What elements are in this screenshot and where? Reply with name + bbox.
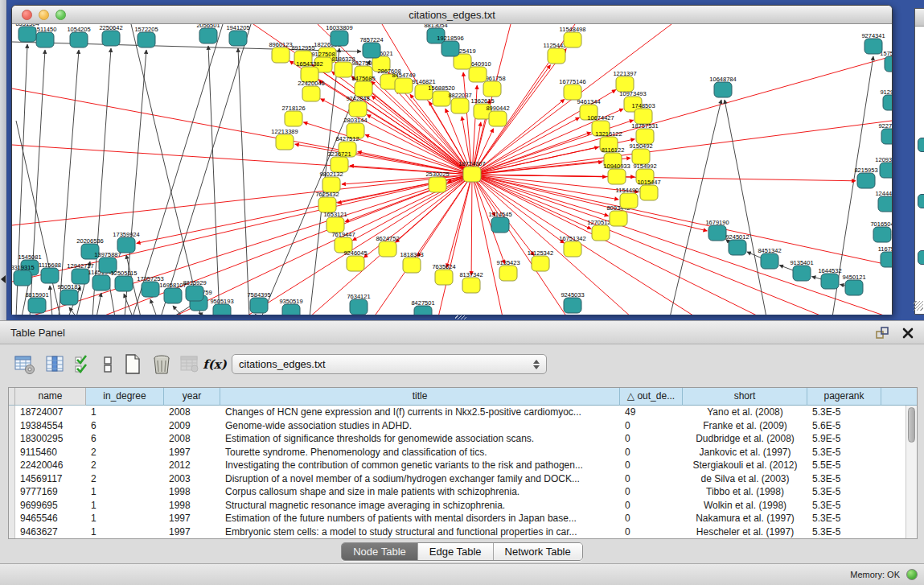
create-column-button[interactable] bbox=[121, 352, 145, 377]
column-header-in_degree[interactable]: in_degree bbox=[86, 388, 164, 406]
tab-network-table[interactable]: Network Table bbox=[494, 543, 582, 560]
graph-node[interactable] bbox=[880, 163, 892, 178]
graph-node[interactable] bbox=[483, 81, 501, 97]
graph-node[interactable] bbox=[548, 48, 565, 64]
table-row[interactable]: 946362711997Embryonic stem cells: a mode… bbox=[15, 525, 917, 539]
graph-node[interactable] bbox=[864, 39, 882, 54]
column-header-name[interactable]: name bbox=[15, 388, 86, 406]
graph-node[interactable] bbox=[379, 241, 396, 257]
column-header-out_de[interactable]: △ out_de... bbox=[620, 388, 683, 406]
tab-node-table[interactable]: Node Table bbox=[342, 543, 418, 560]
graph-node[interactable] bbox=[873, 227, 891, 242]
background-network-window[interactable] bbox=[914, 8, 924, 315]
graph-node[interactable] bbox=[564, 298, 581, 313]
graph-node[interactable] bbox=[441, 41, 459, 56]
graph-node[interactable] bbox=[499, 266, 517, 281]
column-header-year[interactable]: year bbox=[164, 388, 220, 406]
graph-node[interactable] bbox=[729, 240, 746, 255]
table-row[interactable]: 1830029562008Estimation of significance … bbox=[15, 432, 917, 446]
graph-node[interactable] bbox=[285, 111, 302, 126]
graph-node[interactable] bbox=[857, 173, 875, 188]
graph-node[interactable] bbox=[885, 56, 892, 72]
graph-node[interactable] bbox=[138, 32, 155, 47]
graph-node[interactable] bbox=[28, 298, 46, 313]
graph-node[interactable] bbox=[564, 241, 581, 257]
memory-status-indicator[interactable] bbox=[906, 569, 918, 580]
graph-node[interactable] bbox=[708, 225, 726, 241]
collapse-panel-arrow-icon[interactable] bbox=[1, 275, 6, 283]
function-builder-button[interactable]: f(x) bbox=[203, 352, 227, 377]
graph-node[interactable] bbox=[36, 32, 54, 47]
graph-node[interactable] bbox=[14, 270, 31, 286]
graph-node[interactable] bbox=[429, 177, 446, 192]
graph-node[interactable] bbox=[60, 290, 78, 305]
graph-node[interactable] bbox=[491, 217, 509, 233]
graph-node[interactable] bbox=[350, 299, 368, 315]
table-row[interactable]: 2242004622012Investigating the contribut… bbox=[15, 459, 917, 472]
tab-edge-table[interactable]: Edge Table bbox=[418, 543, 494, 560]
graph-node[interactable] bbox=[592, 225, 610, 241]
delete-table-button[interactable] bbox=[179, 352, 203, 377]
column-header-short[interactable]: short bbox=[683, 388, 807, 406]
graph-node[interactable] bbox=[878, 196, 892, 212]
show-columns-button[interactable] bbox=[43, 352, 68, 377]
graph-node[interactable] bbox=[115, 276, 133, 291]
delete-columns-button[interactable] bbox=[150, 352, 174, 377]
graph-node[interactable] bbox=[640, 185, 658, 200]
graph-node[interactable] bbox=[761, 253, 778, 269]
graph-node[interactable] bbox=[229, 31, 247, 46]
table-row[interactable]: 977716911998Corpus callosum shape and si… bbox=[15, 485, 917, 499]
graph-node[interactable] bbox=[462, 278, 480, 293]
graph-node[interactable] bbox=[347, 256, 364, 271]
graph-node[interactable] bbox=[276, 134, 294, 150]
graph-node[interactable] bbox=[821, 274, 839, 289]
graph-node[interactable] bbox=[414, 306, 432, 315]
table-row[interactable]: 1456911722003Disruption of a novel membe… bbox=[15, 472, 917, 486]
graph-node[interactable] bbox=[272, 47, 290, 63]
graph-node[interactable] bbox=[610, 211, 627, 226]
graph-node[interactable] bbox=[335, 62, 352, 77]
close-panel-button[interactable] bbox=[900, 325, 916, 341]
table-mode-button[interactable] bbox=[13, 352, 37, 377]
graph-node[interactable] bbox=[72, 269, 89, 284]
graph-node[interactable] bbox=[250, 298, 268, 313]
scrollbar-thumb[interactable] bbox=[908, 407, 915, 443]
float-panel-button[interactable] bbox=[874, 325, 890, 341]
network-canvas[interactable]: 1872400718226058891295589601239127508165… bbox=[12, 24, 892, 315]
graph-node[interactable] bbox=[403, 257, 421, 273]
graph-node[interactable] bbox=[92, 275, 110, 290]
graph-node[interactable] bbox=[164, 288, 182, 303]
graph-node[interactable] bbox=[793, 266, 811, 281]
graph-node[interactable] bbox=[142, 282, 159, 297]
graph-node[interactable] bbox=[18, 27, 36, 42]
graph-node[interactable] bbox=[469, 67, 487, 82]
table-chooser-dropdown[interactable]: citations_edges.txt bbox=[232, 354, 547, 374]
table-row[interactable]: 1938455462009Genome-wide association stu… bbox=[15, 419, 917, 433]
graph-node[interactable] bbox=[435, 270, 453, 285]
graph-node[interactable] bbox=[489, 111, 507, 126]
resize-grip-icon[interactable] bbox=[914, 301, 923, 311]
graph-node[interactable] bbox=[213, 304, 231, 315]
graph-node[interactable] bbox=[302, 86, 320, 101]
select-all-button[interactable] bbox=[72, 352, 97, 377]
table-row[interactable]: 946554611997Estimation of the future num… bbox=[15, 512, 917, 525]
graph-node[interactable] bbox=[395, 78, 413, 93]
graph-node[interactable] bbox=[845, 280, 863, 295]
graph-node[interactable] bbox=[620, 193, 638, 208]
graph-node[interactable] bbox=[451, 98, 469, 113]
graph-node[interactable] bbox=[102, 31, 120, 46]
graph-node[interactable] bbox=[41, 268, 59, 283]
graph-node[interactable] bbox=[714, 82, 732, 97]
table-vertical-scrollbar[interactable] bbox=[906, 406, 917, 538]
split-pane-grip[interactable] bbox=[455, 315, 466, 319]
graph-node[interactable] bbox=[883, 95, 892, 110]
graph-node[interactable] bbox=[881, 129, 892, 144]
graph-node[interactable] bbox=[186, 286, 203, 301]
graph-node[interactable] bbox=[881, 252, 892, 267]
graph-node[interactable] bbox=[331, 31, 348, 46]
network-window-titlebar[interactable]: citations_edges.txt bbox=[12, 6, 892, 24]
graph-node[interactable] bbox=[564, 32, 581, 47]
graph-node[interactable] bbox=[608, 169, 626, 184]
graph-node[interactable] bbox=[363, 43, 380, 58]
graph-node[interactable] bbox=[349, 101, 367, 117]
